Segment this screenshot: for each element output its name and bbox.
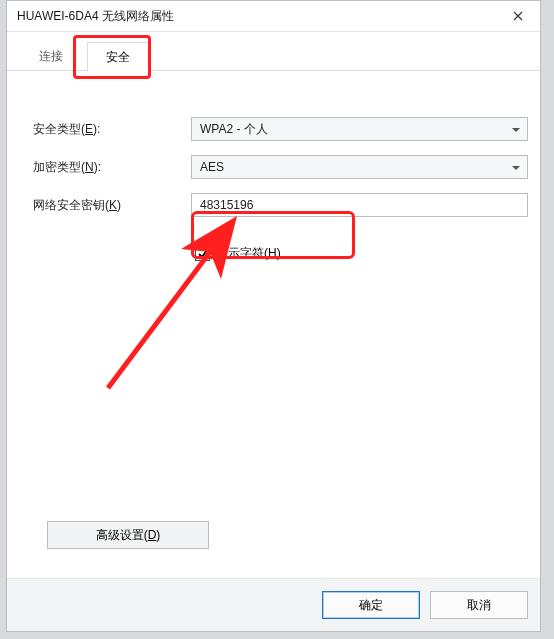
tab-connection[interactable]: 连接 — [21, 42, 81, 70]
select-encryption-type[interactable]: AES — [191, 155, 528, 179]
close-icon — [513, 11, 523, 21]
input-security-key[interactable] — [191, 193, 528, 217]
titlebar: HUAWEI-6DA4 无线网络属性 — [7, 1, 540, 32]
row-encryption-type: 加密类型(N): AES — [19, 155, 528, 179]
row-security-type: 安全类型(E): WPA2 - 个人 — [19, 117, 528, 141]
label-show-chars: 显示字符(H) — [216, 245, 281, 262]
tab-strip: 连接 安全 — [7, 32, 540, 71]
tab-security[interactable]: 安全 — [87, 42, 149, 72]
checkbox-show-chars[interactable] — [195, 246, 210, 261]
select-security-type-value: WPA2 - 个人 — [200, 121, 268, 138]
window-buttons — [496, 1, 540, 31]
row-security-key: 网络安全密钥(K) — [19, 193, 528, 217]
label-security-key: 网络安全密钥(K) — [19, 197, 191, 214]
check-icon — [198, 249, 208, 259]
select-encryption-type-value: AES — [200, 160, 224, 174]
window-title: HUAWEI-6DA4 无线网络属性 — [17, 8, 174, 25]
row-show-chars: 显示字符(H) — [195, 245, 528, 262]
close-button[interactable] — [496, 1, 540, 31]
label-security-type: 安全类型(E): — [19, 121, 191, 138]
chevron-down-icon — [511, 162, 521, 172]
chevron-down-icon — [511, 124, 521, 134]
cancel-button[interactable]: 取消 — [430, 591, 528, 619]
dialog-body: 安全类型(E): WPA2 - 个人 加密类型(N): AES 网络安全密钥(K… — [19, 75, 528, 569]
ok-button[interactable]: 确定 — [322, 591, 420, 619]
dialog-window: HUAWEI-6DA4 无线网络属性 连接 安全 安全类型(E): WPA2 -… — [6, 0, 541, 632]
dialog-button-bar: 确定 取消 — [7, 578, 540, 631]
label-encryption-type: 加密类型(N): — [19, 159, 191, 176]
select-security-type[interactable]: WPA2 - 个人 — [191, 117, 528, 141]
button-advanced-settings[interactable]: 高级设置(D) — [47, 521, 209, 549]
